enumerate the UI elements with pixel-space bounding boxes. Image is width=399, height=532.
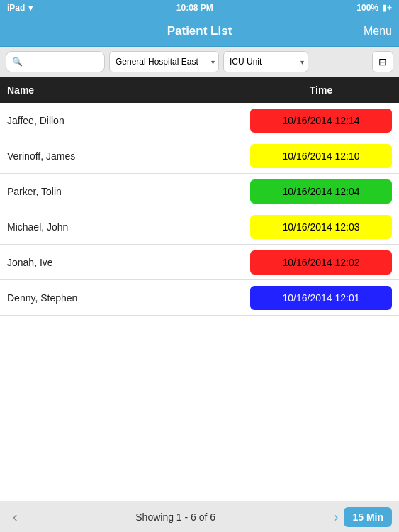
patient-time-badge: 10/16/2014 12:14 [250,109,392,133]
table-row[interactable]: Denny, Stephen10/16/2014 12:01 [0,280,399,316]
status-time: 10:08 PM [176,3,213,13]
column-name-header: Name [7,84,250,96]
table-row[interactable]: Jonah, Ive10/16/2014 12:02 [0,245,399,280]
unit-dropdown-wrapper[interactable]: ICU Unit ▾ [223,51,308,72]
hospital-dropdown[interactable]: General Hospital East [109,51,219,72]
patient-time-badge: 10/16/2014 12:03 [250,215,392,239]
interval-button[interactable]: 15 Min [344,507,392,527]
battery-percent: 100% [356,3,378,13]
search-icon: 🔍 [12,57,23,67]
table-header: Name Time [0,77,399,103]
pagination-text: Showing 1 - 6 of 6 [23,511,328,523]
column-time-header: Time [250,84,392,96]
table-row[interactable]: Parker, Tolin10/16/2014 12:04 [0,174,399,209]
patient-time-badge: 10/16/2014 12:04 [250,179,392,204]
search-input[interactable] [26,57,99,67]
table-row[interactable]: Michael, John10/16/2014 12:03 [0,209,399,245]
nav-bar: Patient List Menu [0,16,399,47]
patient-time-badge: 10/16/2014 12:02 [250,250,392,275]
unit-dropdown[interactable]: ICU Unit [223,51,308,72]
table-row[interactable]: Verinoff, James10/16/2014 12:10 [0,138,399,174]
footer: ‹ Showing 1 - 6 of 6 › 15 Min [0,501,399,532]
battery-icon: ▮+ [382,3,392,13]
toolbar: 🔍 General Hospital East ▾ ICU Unit ▾ ⊟ [0,47,399,77]
patient-name: Parker, Tolin [7,186,250,197]
patient-name: Verinoff, James [7,150,250,162]
patient-name: Denny, Stephen [7,292,250,304]
hospital-dropdown-wrapper[interactable]: General Hospital East ▾ [109,51,219,72]
patient-name: Jonah, Ive [7,257,250,268]
wifi-icon: ▾ [28,3,33,13]
patient-time-badge: 10/16/2014 12:01 [250,286,392,310]
patient-name: Michael, John [7,221,250,233]
patient-list: Jaffee, Dillon10/16/2014 12:14Verinoff, … [0,103,399,316]
carrier-label: iPad [7,3,25,13]
nav-title: Patient List [35,24,364,38]
next-button[interactable]: › [328,506,344,528]
print-button[interactable]: ⊟ [372,51,393,72]
table-row[interactable]: Jaffee, Dillon10/16/2014 12:14 [0,103,399,138]
patient-name: Jaffee, Dillon [7,115,250,126]
empty-area [0,316,399,501]
print-icon: ⊟ [378,56,387,67]
menu-button[interactable]: Menu [364,25,392,38]
patient-time-badge: 10/16/2014 12:10 [250,144,392,168]
status-bar: iPad ▾ 10:08 PM 100% ▮+ [0,0,399,16]
prev-button[interactable]: ‹ [7,506,23,528]
search-box[interactable]: 🔍 [6,51,105,72]
